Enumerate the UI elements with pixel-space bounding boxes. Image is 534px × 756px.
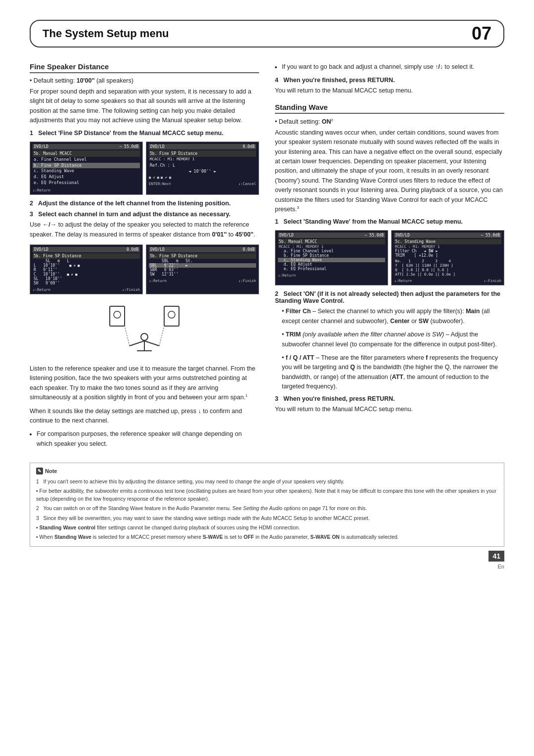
notes-title: ✎ Note [36,467,498,475]
step2-heading: 2 Adjust the distance of the left channe… [30,200,259,207]
note-item-6: • When Standing Wave is selected for a M… [36,533,498,541]
speaker-illustration [30,301,259,357]
page-number: 41 [489,551,504,562]
note-item-2: • For better audibility, the subwoofer e… [36,487,498,503]
step2sw-heading: 2 Select 'ON' (if it is not already sele… [275,290,504,304]
svg-line-10 [159,326,164,346]
step3-body: Use ←/→ to adjust the delay of the speak… [30,220,259,239]
screen-1b-header: DVD/LD 0.0dB [149,144,256,149]
svg-rect-1 [114,311,121,318]
note-item-1: 1 If you can't seem to achieve this by a… [36,477,498,485]
screens-row-1: DVD/LD – 55.0dB 5b. Manual MCACC a. Fine… [30,142,259,195]
section-title-fine-speaker: Fine Speaker Distance [30,62,259,73]
step4r-heading: 4 When you're finished, press RETURN. [275,77,504,84]
go-back-bullet: If you want to go back and adjust a chan… [275,62,504,72]
step1-heading: 1 Select 'Fine SP Distance' from the Man… [30,130,259,137]
screen-1a-header: DVD/LD – 55.0dB [33,144,140,149]
svg-point-4 [141,333,148,340]
note-icon: ✎ [36,468,43,474]
fine-speaker-intro: For proper sound depth and separation wi… [30,87,259,126]
param-trim: • TRIM (only available when the filter c… [275,330,504,349]
step3-heading: 3 Select each channel in turn and adjust… [30,211,259,218]
svg-rect-2 [164,306,179,326]
section-title-standing-wave: Standing Wave [275,103,504,114]
note-item-5: • Standing Wave control filter settings … [36,523,498,531]
svg-line-6 [144,341,159,346]
standing-wave-intro: Acoustic standing waves occur when, unde… [275,128,504,215]
left-column: Fine Speaker Distance • Default setting:… [30,62,259,453]
step3sw-body: You will return to the Manual MCACC setu… [275,405,504,414]
comparison-bullets: For comparison purposes, the reference s… [30,429,259,449]
screen-2b: DVD/LD 0.0dB 5b. Fine SP Distance SBL m … [146,244,259,294]
screens-row-sw: DVD/LD – 55.0dB 5b. Manual MCACC MCACC :… [275,230,504,285]
header-bar: The System Setup menu 07 [30,20,504,47]
svg-line-5 [130,341,144,346]
screens-row-2: DVD/LD 0.0dB 5b. Fine SP Distance SL m L… [30,244,259,294]
screen-sw1b: DVD/LD – 55.0dB 5c. Standing Wave MCACC … [391,230,504,285]
screen-1b: DVD/LD 0.0dB 5b. Fine SP Distance MCACC … [146,142,259,195]
svg-rect-3 [168,311,175,318]
svg-rect-0 [110,306,125,326]
chapter-number: 07 [472,25,491,43]
svg-line-9 [125,326,130,346]
screen-1a: DVD/LD – 55.0dB 5b. Manual MCACC a. Fine… [30,142,143,195]
note-item-4: 3 Since they will be overwritten, you ma… [36,514,498,522]
param-filterch: • Filter Ch – Select the channel to whic… [275,307,504,326]
note-item-3: 2 You can switch on or off the Standing … [36,504,498,512]
step4r-body: You will return to the Manual MCACC setu… [275,86,504,95]
content-columns: Fine Speaker Distance • Default setting:… [30,62,504,453]
step3sw-heading: 3 When you're finished, press RETURN. [275,395,504,402]
page-locale: En [498,564,504,569]
page-title: The System Setup menu [43,27,169,40]
screen-2a: DVD/LD 0.0dB 5b. Fine SP Distance SL m L… [30,244,143,294]
param-fqatt: • f / Q / ATT – These are the filter par… [275,353,504,392]
speaker-diagram-svg [105,301,184,356]
confirm-bullet: When it sounds like the delay settings a… [30,407,259,426]
listen-body: Listen to the reference speaker and use … [30,364,259,403]
page-wrapper: The System Setup menu 07 Fine Speaker Di… [0,0,534,576]
step1sw-heading: 1 Select 'Standing Wave' from the Manual… [275,218,504,225]
default-standing-wave: • Default setting: ON2 [275,118,504,125]
right-column: If you want to go back and adjust a chan… [275,62,504,453]
notes-section: ✎ Note 1 If you can't seem to achieve th… [30,463,504,547]
default-value-fine: 10'00'' [77,77,95,84]
screen-sw1a: DVD/LD – 55.0dB 5b. Manual MCACC MCACC :… [275,230,388,285]
default-setting-fine: • Default setting: 10'00'' (all speakers… [30,77,259,84]
